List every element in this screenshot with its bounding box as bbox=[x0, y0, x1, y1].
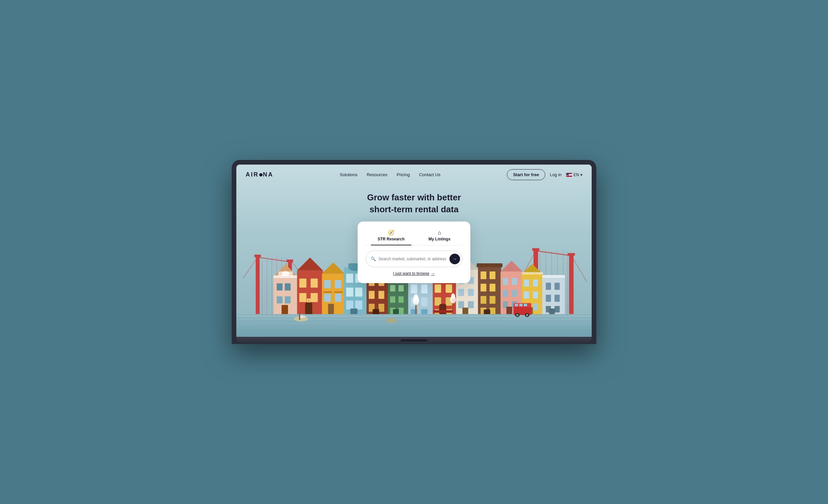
svg-point-39 bbox=[281, 271, 289, 276]
svg-rect-158 bbox=[533, 280, 538, 287]
svg-rect-89 bbox=[390, 296, 396, 303]
svg-rect-38 bbox=[281, 305, 288, 314]
home-icon: ⌂ bbox=[438, 230, 441, 235]
svg-rect-128 bbox=[458, 301, 464, 308]
my-listings-label: My Listings bbox=[428, 237, 451, 241]
svg-rect-177 bbox=[524, 304, 527, 307]
svg-point-185 bbox=[385, 318, 397, 323]
svg-rect-136 bbox=[481, 272, 487, 279]
chevron-down-icon: ▾ bbox=[580, 173, 582, 177]
svg-rect-127 bbox=[468, 289, 474, 296]
nav-resources[interactable]: Resources bbox=[367, 172, 387, 177]
svg-rect-175 bbox=[515, 304, 518, 307]
language-selector[interactable]: EN ▾ bbox=[566, 173, 582, 177]
tab-str-research[interactable]: 🧭 STR Research bbox=[371, 228, 411, 245]
flag-icon bbox=[566, 173, 572, 177]
svg-rect-129 bbox=[468, 301, 474, 308]
svg-rect-159 bbox=[524, 292, 529, 299]
login-button[interactable]: Log in bbox=[550, 172, 562, 177]
svg-rect-149 bbox=[503, 290, 508, 297]
svg-rect-78 bbox=[378, 291, 384, 299]
svg-point-179 bbox=[516, 314, 519, 317]
svg-rect-126 bbox=[458, 289, 464, 296]
search-submit-button[interactable]: → bbox=[450, 254, 460, 264]
nav-pricing[interactable]: Pricing bbox=[397, 172, 410, 177]
logo: AIRNA bbox=[246, 171, 274, 178]
search-input-wrap: 🔍 → bbox=[366, 251, 462, 267]
svg-rect-165 bbox=[542, 275, 565, 278]
svg-rect-18 bbox=[532, 248, 539, 251]
svg-rect-37 bbox=[285, 296, 291, 303]
str-research-label: STR Research bbox=[377, 237, 404, 241]
svg-rect-58 bbox=[334, 292, 342, 293]
svg-rect-171 bbox=[554, 306, 560, 312]
svg-rect-45 bbox=[310, 293, 318, 302]
svg-rect-148 bbox=[512, 278, 517, 285]
svg-rect-1 bbox=[236, 316, 592, 317]
svg-rect-67 bbox=[355, 301, 362, 310]
browse-link[interactable]: I just want to browse → bbox=[366, 271, 462, 276]
svg-rect-35 bbox=[285, 283, 291, 290]
svg-rect-168 bbox=[546, 295, 551, 302]
svg-rect-81 bbox=[373, 309, 379, 314]
svg-rect-42 bbox=[299, 279, 306, 288]
svg-rect-90 bbox=[399, 296, 404, 303]
svg-rect-88 bbox=[399, 285, 404, 291]
svg-rect-114 bbox=[446, 284, 452, 293]
svg-rect-138 bbox=[481, 284, 487, 291]
svg-rect-101 bbox=[421, 284, 427, 293]
svg-marker-51 bbox=[322, 263, 344, 274]
svg-rect-144 bbox=[484, 310, 490, 314]
svg-rect-87 bbox=[390, 285, 396, 291]
svg-rect-2 bbox=[236, 319, 592, 320]
svg-rect-141 bbox=[490, 296, 496, 304]
svg-text:1: 1 bbox=[308, 300, 309, 303]
svg-line-21 bbox=[536, 251, 571, 256]
svg-rect-147 bbox=[503, 278, 508, 285]
svg-rect-140 bbox=[481, 296, 487, 304]
svg-point-120 bbox=[439, 304, 446, 307]
svg-rect-64 bbox=[346, 288, 353, 297]
hero-title-line2: short-term rental data bbox=[236, 203, 592, 215]
tab-my-listings[interactable]: ⌂ My Listings bbox=[422, 228, 457, 245]
svg-rect-54 bbox=[324, 294, 330, 302]
svg-rect-0 bbox=[236, 314, 592, 337]
svg-rect-93 bbox=[393, 309, 399, 314]
svg-rect-162 bbox=[533, 304, 538, 311]
svg-rect-53 bbox=[335, 280, 341, 288]
svg-rect-167 bbox=[554, 283, 560, 290]
browse-arrow-icon: → bbox=[431, 271, 435, 276]
svg-rect-183 bbox=[299, 314, 300, 320]
svg-line-23 bbox=[572, 256, 587, 282]
laptop-notch bbox=[401, 339, 427, 341]
svg-point-133 bbox=[451, 293, 455, 299]
svg-rect-150 bbox=[512, 290, 517, 297]
svg-rect-3 bbox=[236, 323, 592, 324]
svg-rect-156 bbox=[522, 272, 543, 275]
nav-solutions[interactable]: Solutions bbox=[340, 172, 357, 177]
svg-rect-62 bbox=[346, 274, 353, 283]
search-card: 🧭 STR Research ⌂ My Listings 🔍 → bbox=[358, 222, 470, 283]
svg-rect-43 bbox=[310, 279, 318, 288]
svg-rect-52 bbox=[324, 280, 330, 288]
svg-rect-169 bbox=[554, 295, 560, 302]
svg-rect-160 bbox=[533, 292, 538, 299]
search-input[interactable] bbox=[378, 257, 447, 261]
svg-rect-157 bbox=[524, 280, 529, 287]
nav-actions: Start for free Log in EN ▾ bbox=[507, 169, 582, 180]
svg-rect-137 bbox=[490, 272, 496, 279]
svg-rect-55 bbox=[335, 294, 341, 302]
svg-rect-131 bbox=[453, 303, 454, 314]
nav-contact[interactable]: Contact Us bbox=[419, 172, 440, 177]
compass-icon: 🧭 bbox=[388, 230, 395, 235]
start-free-button[interactable]: Start for free bbox=[507, 169, 545, 180]
svg-rect-153 bbox=[506, 307, 512, 314]
svg-rect-34 bbox=[277, 283, 283, 290]
svg-point-181 bbox=[526, 314, 528, 317]
laptop-base bbox=[236, 337, 592, 344]
svg-rect-166 bbox=[546, 283, 551, 290]
page: 1 bbox=[236, 165, 592, 337]
svg-marker-146 bbox=[500, 261, 523, 272]
hero-title-line1: Grow faster with better bbox=[236, 191, 592, 203]
svg-rect-56 bbox=[328, 304, 334, 314]
